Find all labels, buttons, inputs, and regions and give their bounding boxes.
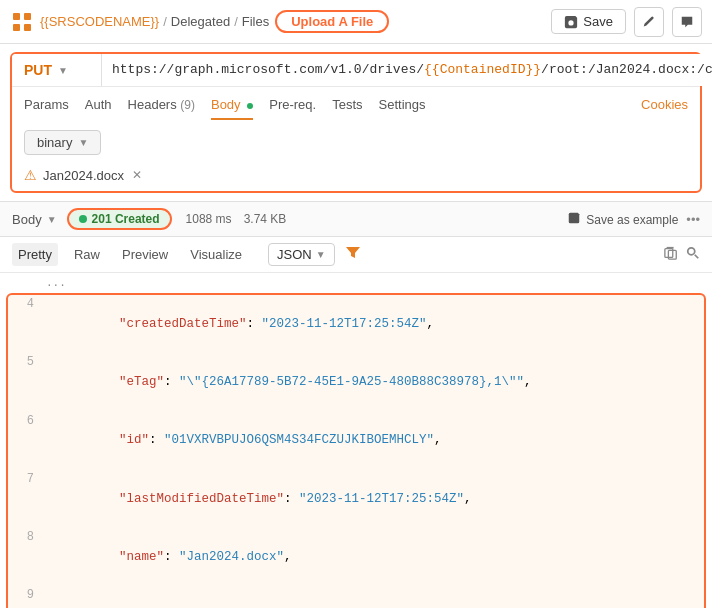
- line-num-4: 4: [8, 296, 44, 311]
- request-section: PUT ▼ https://graph.microsoft.com/v1.0/d…: [10, 52, 702, 193]
- warning-icon: ⚠: [24, 167, 37, 183]
- save-example-label: Save as example: [586, 213, 678, 227]
- binary-label: binary: [37, 135, 72, 150]
- line-num-9: 9: [8, 587, 44, 602]
- cookies-link[interactable]: Cookies: [641, 97, 688, 112]
- method-select[interactable]: PUT ▼: [12, 54, 102, 86]
- format-value: JSON: [277, 247, 312, 262]
- response-body-label[interactable]: Body ▼: [12, 212, 57, 227]
- json-line-4: 4 "createdDateTime": "2023-11-12T17:25:5…: [8, 295, 704, 353]
- tab-params[interactable]: Params: [24, 89, 69, 120]
- save-example-button[interactable]: Save as example: [568, 212, 678, 227]
- format-tab-visualize[interactable]: Visualize: [184, 243, 248, 266]
- svg-point-6: [688, 248, 695, 255]
- binary-type-button[interactable]: binary ▼: [24, 130, 101, 155]
- app-icon: [10, 10, 34, 34]
- save-button[interactable]: Save: [551, 9, 626, 34]
- line-content-5: "eTag": "\"{26A17789-5B72-45E1-9A25-480B…: [44, 354, 704, 410]
- active-collection-tab[interactable]: Upload A File: [275, 10, 389, 33]
- response-meta: 1088 ms 3.74 KB: [186, 212, 287, 226]
- json-line-6: 6 "id": "01VXRVBPUJO6QSM4S34FCZUJKIBOEMH…: [8, 412, 704, 470]
- line-content-7: "lastModifiedDateTime": "2023-11-12T17:2…: [44, 471, 704, 527]
- format-bar: Pretty Raw Preview Visualize JSON ▼: [0, 237, 712, 273]
- method-label: PUT: [24, 62, 52, 78]
- tab-prereq[interactable]: Pre-req.: [269, 89, 316, 120]
- top-bar-right: Save: [551, 7, 702, 37]
- response-chevron-icon: ▼: [47, 214, 57, 225]
- svg-line-7: [695, 255, 699, 259]
- more-options-button[interactable]: •••: [686, 212, 700, 227]
- url-suffix: /root:/Jan2024.docx:/content: [541, 62, 712, 77]
- response-label-text: Body: [12, 212, 42, 227]
- svg-rect-2: [13, 24, 20, 31]
- edit-button[interactable]: [634, 7, 664, 37]
- response-time: 1088 ms: [186, 212, 232, 226]
- line-content-6: "id": "01VXRVBPUJO6QSM4S34FCZUJKIBOEMHCL…: [44, 413, 704, 469]
- format-select[interactable]: JSON ▼: [268, 243, 335, 266]
- format-chevron-icon: ▼: [316, 249, 326, 260]
- line-num-8: 8: [8, 529, 44, 544]
- file-name: Jan2024.docx: [43, 168, 124, 183]
- highlight-block: 4 "createdDateTime": "2023-11-12T17:25:5…: [6, 293, 706, 608]
- format-tab-preview[interactable]: Preview: [116, 243, 174, 266]
- file-remove-button[interactable]: ✕: [132, 168, 142, 182]
- line-content-9: "webUrl": "https://m365x66413896.sharepo…: [44, 587, 704, 608]
- save-label: Save: [583, 14, 613, 29]
- body-options: binary ▼: [12, 122, 700, 163]
- top-bar-left: {{SRSCODENAME}} / Delegated / Files Uplo…: [10, 10, 543, 34]
- json-viewer: ... 4 "createdDateTime": "2023-11-12T17:…: [0, 273, 712, 608]
- tab-headers[interactable]: Headers (9): [128, 89, 195, 120]
- line-num-6: 6: [8, 413, 44, 428]
- comment-button[interactable]: [672, 7, 702, 37]
- svg-rect-1: [24, 13, 31, 20]
- app-container: {{SRSCODENAME}} / Delegated / Files Uplo…: [0, 0, 712, 608]
- url-var: {{ContainedID}}: [424, 62, 541, 77]
- response-bar: Body ▼ 201 Created 1088 ms 3.74 KB Save …: [0, 201, 712, 237]
- format-tab-pretty[interactable]: Pretty: [12, 243, 58, 266]
- copy-button[interactable]: [664, 246, 678, 263]
- filter-button[interactable]: [345, 245, 361, 264]
- json-line-8: 8 "name": "Jan2024.docx",: [8, 528, 704, 586]
- line-content-8: "name": "Jan2024.docx",: [44, 529, 704, 585]
- url-prefix: https://graph.microsoft.com/v1.0/drives/: [112, 62, 424, 77]
- line-content-4: "createdDateTime": "2023-11-12T17:25:54Z…: [44, 296, 704, 352]
- bc-srscodename[interactable]: {{SRSCODENAME}}: [40, 14, 159, 29]
- json-line-7: 7 "lastModifiedDateTime": "2023-11-12T17…: [8, 470, 704, 528]
- status-text: 201 Created: [92, 212, 160, 226]
- format-actions: [664, 246, 700, 263]
- tab-tests[interactable]: Tests: [332, 89, 362, 120]
- binary-chevron-icon: ▼: [78, 137, 88, 148]
- method-chevron-icon: ▼: [58, 65, 68, 76]
- svg-rect-0: [13, 13, 20, 20]
- status-badge: 201 Created: [67, 208, 172, 230]
- top-bar: {{SRSCODENAME}} / Delegated / Files Uplo…: [0, 0, 712, 44]
- body-dot-icon: [247, 103, 253, 109]
- svg-rect-3: [24, 24, 31, 31]
- request-url-row: PUT ▼ https://graph.microsoft.com/v1.0/d…: [12, 54, 700, 86]
- bc-files[interactable]: Files: [242, 14, 269, 29]
- tab-auth[interactable]: Auth: [85, 89, 112, 120]
- response-actions: Save as example •••: [568, 212, 700, 227]
- response-size: 3.74 KB: [244, 212, 287, 226]
- file-attachment: ⚠ Jan2024.docx ✕: [12, 163, 700, 191]
- status-dot-icon: [79, 215, 87, 223]
- tab-settings[interactable]: Settings: [379, 89, 426, 120]
- json-line-5: 5 "eTag": "\"{26A17789-5B72-45E1-9A25-48…: [8, 353, 704, 411]
- line-num-5: 5: [8, 354, 44, 369]
- truncated-top: ...: [0, 275, 712, 291]
- tab-body[interactable]: Body: [211, 89, 253, 120]
- search-button[interactable]: [686, 246, 700, 263]
- breadcrumb: {{SRSCODENAME}} / Delegated / Files: [40, 14, 269, 29]
- format-tab-raw[interactable]: Raw: [68, 243, 106, 266]
- line-num-7: 7: [8, 471, 44, 486]
- json-line-9: 9 "webUrl": "https://m365x66413896.share…: [8, 586, 704, 608]
- url-display: https://graph.microsoft.com/v1.0/drives/…: [112, 62, 712, 77]
- bc-delegated[interactable]: Delegated: [171, 14, 230, 29]
- request-tabs-row: Params Auth Headers (9) Body Pre-req. Te…: [12, 86, 700, 122]
- url-input[interactable]: https://graph.microsoft.com/v1.0/drives/…: [102, 54, 712, 86]
